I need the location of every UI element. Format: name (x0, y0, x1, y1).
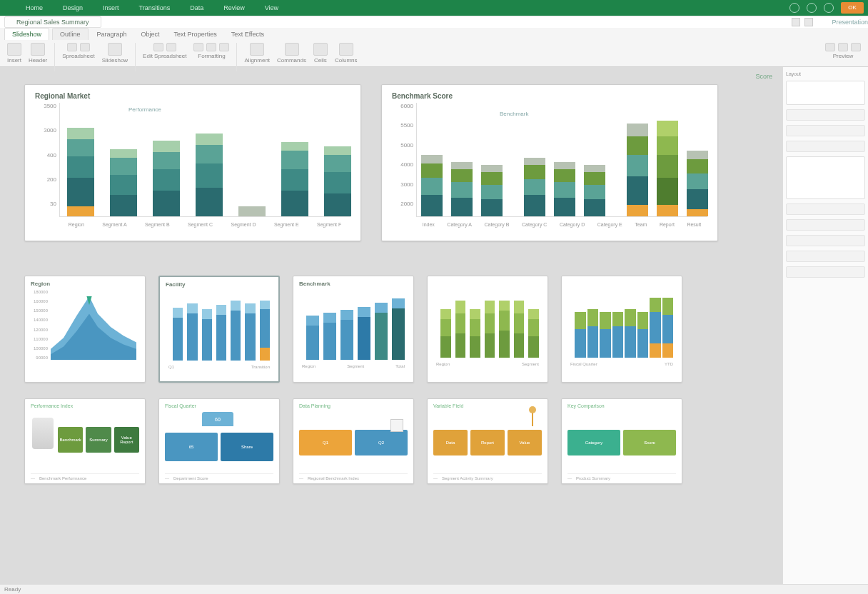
ribbon-tab-5[interactable]: Text Properties (168, 29, 223, 40)
ribbon-group-cells[interactable]: Cells (311, 43, 330, 64)
menu-trans[interactable]: Transitions (139, 4, 171, 11)
status-text: Ready (4, 586, 21, 593)
context-tab[interactable]: Presentation (832, 19, 868, 26)
ribbon-tab-4[interactable]: Object (136, 29, 166, 40)
ribbon-group-preview[interactable]: Preview (822, 43, 864, 59)
sidepanel-item-4[interactable] (786, 203, 865, 215)
thumb-region[interactable]: Region 180000160000150000140000 12000011… (24, 276, 146, 383)
slide-2[interactable]: Fiscal Quarter 60 65 Share Department Sc… (158, 398, 280, 484)
chart-title: Regional Market (35, 92, 350, 100)
ribbon-group-cols[interactable]: Columns (332, 43, 360, 64)
side-panel: Layout (782, 67, 868, 584)
pin-head-icon (529, 406, 536, 413)
thumb-title: Region (31, 281, 139, 287)
thumb-row: Region 180000160000150000140000 12000011… (24, 276, 758, 383)
ok-button[interactable]: OK (841, 2, 864, 14)
ribbon-group-edit[interactable]: Edit Spreadsheet (140, 43, 189, 59)
ribbon-group-format[interactable]: Formatting (191, 43, 232, 59)
sidepanel-item-7[interactable] (786, 251, 865, 262)
sidepanel-item-8[interactable] (786, 266, 865, 278)
ribbon-tab-2[interactable]: Outline (52, 28, 89, 40)
chart-corner-label: Score (755, 73, 772, 80)
slide-footer: Product Summary (576, 476, 610, 480)
ribbon-tab-3[interactable]: Paragraph (91, 29, 133, 40)
sidepanel-item-3[interactable] (786, 141, 865, 152)
slide-1[interactable]: Performance Index Benchmark Summary Valu… (24, 398, 146, 484)
max-icon[interactable] (804, 18, 813, 26)
y-axis: 35003000 400200 30 (35, 103, 59, 217)
ribbon-group-cmd[interactable]: Commands (274, 43, 309, 64)
ribbon-tab-1[interactable]: Slideshow (4, 28, 49, 40)
title-bar: Home Design Insert Transitions Data Revi… (0, 0, 868, 16)
help-icon[interactable] (789, 3, 799, 13)
sidepanel-item-2[interactable] (786, 125, 865, 136)
thumb-benchmark[interactable]: Benchmark RegionSegmentTotal (293, 276, 414, 383)
slide-block: Benchmark (58, 427, 83, 453)
slide-block: Summary (86, 427, 111, 453)
menu-insert[interactable]: Insert (103, 4, 119, 11)
sidepanel-gallery[interactable] (786, 156, 865, 199)
plot-area: Performance (59, 103, 350, 217)
y-axis: 60005500 50004000 30002000 (392, 103, 416, 217)
chart-title: Benchmark Score (392, 92, 707, 100)
share-icon[interactable] (824, 3, 834, 13)
slide-footer: Regional Benchmark Index (308, 476, 359, 480)
chart-legend: Benchmark (495, 110, 533, 118)
slide-block: Q2 (355, 430, 408, 455)
slide-block: 65 (165, 433, 218, 461)
slide-5[interactable]: Key Comparison Category Score Product Su… (561, 398, 682, 484)
menu-review[interactable]: Review (223, 4, 245, 11)
slide-chip: 60 (202, 412, 233, 426)
slide-footer: Segment Activity Summary (442, 476, 493, 480)
slide-title: Variable Field (433, 403, 542, 408)
slide-title: Key Comparison (567, 403, 676, 408)
workspace: Regional Market 35003000 400200 30 Perfo… (0, 67, 782, 584)
window-controls (792, 18, 822, 26)
slide-block: Score (623, 430, 676, 455)
x-axis: IndexCategory A Category BCategory C Cat… (416, 222, 707, 227)
sidepanel-item-6[interactable] (786, 235, 865, 246)
ribbon-group-align[interactable]: Alignment (241, 43, 273, 64)
sidepanel-header: Layout (786, 71, 865, 76)
slide-3[interactable]: Data Planning Q1 Q2 Regional Benchmark I… (293, 398, 414, 484)
ribbon-tab-6[interactable]: Text Effects (226, 29, 270, 40)
menu-home[interactable]: Home (26, 4, 43, 11)
ribbon-group-spread[interactable]: Spreadsheet (59, 43, 97, 59)
thumb-green[interactable]: RegionSegment (427, 276, 548, 383)
slide-block: Value Report (114, 427, 139, 453)
thumb-mixed[interactable]: Fiscal QuarterYTD (561, 276, 682, 383)
slide-block: Category (567, 430, 620, 455)
cylinder-icon (32, 418, 54, 449)
slide-footer: Department Score (173, 476, 208, 480)
ribbon: Regional Sales Summary Presentation Slid… (0, 16, 868, 67)
ribbon-group-header[interactable]: Header (26, 43, 50, 64)
plot-area: Benchmark (416, 103, 707, 217)
x-axis: RegionSegment A Segment BSegment C Segme… (59, 222, 350, 227)
slide-block: Report (470, 430, 505, 455)
sidepanel-preview[interactable] (786, 81, 865, 105)
device-icon (390, 419, 403, 432)
ribbon-group-slide[interactable]: Slideshow (99, 43, 131, 64)
chart-regional-market[interactable]: Regional Market 35003000 400200 30 Perfo… (24, 84, 361, 241)
menu-design[interactable]: Design (63, 4, 83, 11)
status-bar: Ready (0, 584, 868, 594)
thumb-facility[interactable]: Facility Q1Transition (158, 276, 280, 383)
chart-legend: Performance (124, 106, 166, 114)
sidepanel-item-5[interactable] (786, 219, 865, 231)
titlebar-menu: Home Design Insert Transitions Data Revi… (0, 4, 278, 11)
slide-block: Q1 (299, 430, 352, 455)
slide-block: Share (221, 433, 273, 461)
chart-benchmark-score[interactable]: Benchmark Score Score 60005500 50004000 … (381, 84, 718, 241)
slide-title: Fiscal Quarter (165, 403, 273, 408)
menu-data[interactable]: Data (190, 4, 203, 11)
slide-4[interactable]: Variable Field Data Report Value Segment… (427, 398, 548, 484)
document-tab[interactable]: Regional Sales Summary (4, 16, 101, 28)
document-tab-strip: Regional Sales Summary Presentation (0, 16, 868, 28)
menu-view[interactable]: View (265, 4, 278, 11)
ribbon-tabs: Slideshow Outline Paragraph Object Text … (0, 28, 868, 40)
sidepanel-item-1[interactable] (786, 109, 865, 121)
ribbon-group-insert[interactable]: Insert (4, 43, 24, 64)
min-icon[interactable] (792, 18, 800, 26)
thumb-title: Benchmark (299, 281, 408, 287)
account-icon[interactable] (807, 3, 817, 13)
